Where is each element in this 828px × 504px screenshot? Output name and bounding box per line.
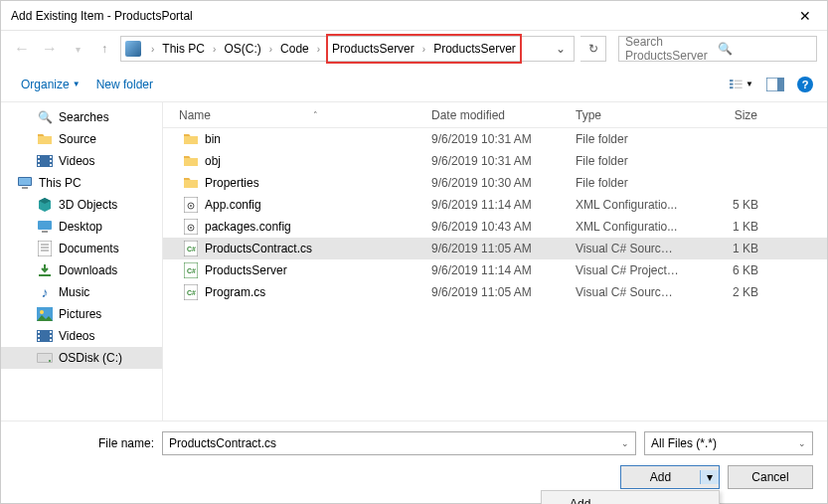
search-placeholder: Search ProductsServer <box>625 35 718 63</box>
file-row[interactable]: C#ProductsServer9/6/2019 11:14 AMVisual … <box>163 259 827 281</box>
svg-rect-16 <box>19 178 31 185</box>
forward-button[interactable]: → <box>39 38 61 60</box>
file-type: XML Configuratio... <box>568 220 687 234</box>
column-header-date[interactable]: Date modified <box>423 102 568 127</box>
file-row[interactable]: App.config9/6/2019 11:14 AMXML Configura… <box>163 194 827 216</box>
file-row[interactable]: Properties9/6/2019 10:30 AMFile folder <box>163 172 827 194</box>
folder-icon <box>37 131 53 147</box>
svg-rect-17 <box>22 187 28 189</box>
column-header-name[interactable]: Name ˄ <box>163 102 423 127</box>
refresh-button[interactable]: ↻ <box>580 36 606 62</box>
drive-icon <box>125 41 141 57</box>
chevron-right-icon[interactable]: › <box>416 44 431 55</box>
breadcrumb-dropdown[interactable]: ⌄ <box>552 42 570 56</box>
file-filter-dropdown[interactable]: All Files (*.*) ⌄ <box>644 431 813 455</box>
breadcrumb-item[interactable]: ProductsServer <box>431 40 518 58</box>
svg-rect-11 <box>38 164 40 166</box>
close-button[interactable]: ✕ <box>782 1 827 30</box>
file-date: 9/6/2019 10:31 AM <box>423 132 568 146</box>
folder-icon <box>183 153 199 169</box>
breadcrumb-root[interactable]: This PC <box>160 40 207 58</box>
file-list[interactable]: bin9/6/2019 10:31 AMFile folderobj9/6/20… <box>163 128 827 420</box>
chevron-right-icon[interactable]: › <box>263 44 278 55</box>
file-name: ProductsServer <box>205 263 287 277</box>
file-size: 2 KB <box>687 285 766 299</box>
videos-icon <box>37 153 53 169</box>
tree-item-label: Searches <box>59 110 109 124</box>
chevron-down-icon[interactable]: ⌄ <box>621 438 629 448</box>
file-row[interactable]: C#ProductsContract.cs9/6/2019 11:05 AMVi… <box>163 238 827 259</box>
tree-item-label: Videos <box>59 154 94 168</box>
svg-point-26 <box>40 310 44 314</box>
chevron-right-icon[interactable]: › <box>311 44 326 55</box>
chevron-right-icon[interactable]: › <box>145 44 160 55</box>
dropdown-item-add[interactable]: Add <box>542 491 719 504</box>
file-type: File folder <box>568 132 687 146</box>
recent-dropdown[interactable]: ▾ <box>67 38 88 60</box>
svg-rect-9 <box>38 156 40 158</box>
svg-rect-1 <box>735 80 743 81</box>
column-header-size[interactable]: Size <box>687 102 766 127</box>
breadcrumb[interactable]: › This PC › OS(C:) › Code › ProductsServ… <box>120 36 575 62</box>
organize-menu[interactable]: Organize▼ <box>15 74 86 95</box>
add-button[interactable]: Add ▾ Add Add As Link <box>620 465 720 489</box>
preview-pane-button[interactable] <box>763 75 787 94</box>
svg-text:C#: C# <box>187 246 196 252</box>
add-dropdown-menu: Add Add As Link <box>541 490 720 504</box>
svg-rect-20 <box>38 241 52 256</box>
tree-item[interactable]: 🔍Searches <box>1 106 162 128</box>
breadcrumb-item[interactable]: OS(C:) <box>222 40 262 58</box>
tree-item[interactable]: Source <box>1 128 162 150</box>
tree-item[interactable]: Videos <box>1 325 162 347</box>
tree-item-label: 3D Objects <box>59 198 117 212</box>
file-date: 9/6/2019 10:30 AM <box>423 176 568 190</box>
tree-item[interactable]: Pictures <box>1 303 162 325</box>
tree-item[interactable]: ♪Music <box>1 281 162 303</box>
file-row[interactable]: bin9/6/2019 10:31 AMFile folder <box>163 128 827 150</box>
new-folder-button[interactable]: New folder <box>90 74 159 95</box>
column-header-type[interactable]: Type <box>568 102 687 127</box>
svg-text:C#: C# <box>187 267 196 274</box>
cancel-button[interactable]: Cancel <box>728 465 813 489</box>
file-size: 1 KB <box>687 220 766 234</box>
svg-rect-24 <box>39 274 51 276</box>
file-row[interactable]: packages.config9/6/2019 10:43 AMXML Conf… <box>163 216 827 238</box>
sort-ascending-icon: ˄ <box>313 110 318 120</box>
chevron-right-icon[interactable]: › <box>207 44 222 55</box>
tree-item-label: Pictures <box>59 307 101 321</box>
tree-item[interactable]: This PC <box>1 172 162 194</box>
svg-rect-2 <box>730 83 734 84</box>
svg-point-36 <box>49 360 51 362</box>
tree-item[interactable]: 3D Objects <box>1 194 162 216</box>
add-button-main[interactable]: Add <box>621 470 701 484</box>
back-button[interactable]: ← <box>11 38 33 60</box>
file-name: Properties <box>205 176 259 190</box>
cs-icon: C# <box>183 241 199 256</box>
filename-input[interactable]: ProductsContract.cs ⌄ <box>162 431 636 455</box>
3d-icon <box>37 197 53 213</box>
cfg-icon <box>183 219 199 235</box>
tree-item[interactable]: Documents <box>1 238 162 259</box>
add-button-dropdown[interactable]: ▾ <box>701 470 719 484</box>
svg-rect-7 <box>777 78 784 91</box>
tree-item[interactable]: OSDisk (C:) <box>1 347 162 369</box>
tree-item[interactable]: Downloads <box>1 259 162 281</box>
help-button[interactable]: ? <box>797 77 813 92</box>
filename-label: File name: <box>15 436 154 450</box>
file-row[interactable]: obj9/6/2019 10:31 AMFile folder <box>163 150 827 172</box>
svg-rect-28 <box>38 331 40 333</box>
tree-item[interactable]: Desktop <box>1 216 162 238</box>
up-button[interactable]: ↑ <box>94 39 114 59</box>
search-input[interactable]: Search ProductsServer 🔍 <box>618 36 817 62</box>
svg-rect-31 <box>50 331 52 333</box>
file-type: XML Configuratio... <box>568 198 687 212</box>
breadcrumb-item[interactable]: ProductsServer <box>330 40 416 58</box>
svg-rect-14 <box>50 164 52 166</box>
breadcrumb-item[interactable]: Code <box>278 40 311 58</box>
file-date: 9/6/2019 10:43 AM <box>423 220 568 234</box>
tree-item[interactable]: Videos <box>1 150 162 172</box>
svg-rect-29 <box>38 335 40 337</box>
view-options-button[interactable]: ▼ <box>730 75 753 94</box>
file-row[interactable]: C#Program.cs9/6/2019 11:05 AMVisual C# S… <box>163 281 827 303</box>
navigation-tree[interactable]: 🔍SearchesSourceVideosThis PC3D ObjectsDe… <box>1 102 163 420</box>
